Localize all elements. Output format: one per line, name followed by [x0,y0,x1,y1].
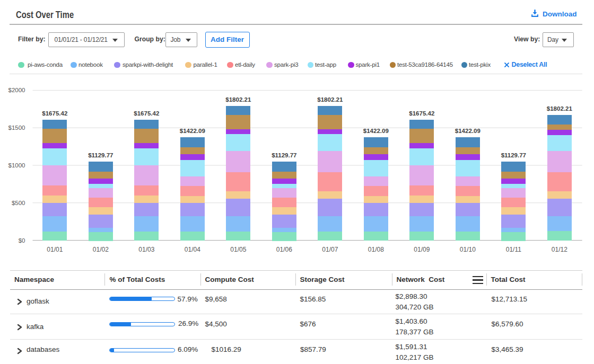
svg-text:$1422.09: $1422.09 [180,128,205,134]
svg-text:01/09: 01/09 [414,246,430,253]
svg-text:$1422.09: $1422.09 [363,128,389,134]
svg-text:01/01: 01/01 [47,246,63,253]
svg-text:$1802.21: $1802.21 [547,105,573,112]
svg-text:$1129.77: $1129.77 [272,152,296,158]
svg-text:01/08: 01/08 [368,246,384,253]
svg-text:$1129.77: $1129.77 [501,152,526,158]
svg-text:01/03: 01/03 [138,246,154,253]
svg-text:01/06: 01/06 [276,246,292,253]
svg-text:01/07: 01/07 [322,246,338,253]
svg-text:01/10: 01/10 [460,246,476,253]
svg-text:$1129.77: $1129.77 [88,152,113,158]
svg-text:01/12: 01/12 [552,246,567,253]
svg-text:$1675.42: $1675.42 [409,110,434,117]
svg-text:$1802.21: $1802.21 [317,96,343,103]
svg-text:01/02: 01/02 [93,246,109,253]
svg-text:01/11: 01/11 [506,246,521,253]
svg-text:$500: $500 [12,200,25,206]
svg-text:$1802.21: $1802.21 [225,96,251,103]
svg-text:$2000: $2000 [8,87,25,93]
svg-text:$1500: $1500 [8,125,25,131]
svg-text:$1675.42: $1675.42 [134,110,159,117]
svg-text:01/05: 01/05 [230,246,246,253]
svg-text:$1675.42: $1675.42 [42,110,67,117]
svg-text:$1000: $1000 [8,162,25,168]
svg-text:01/04: 01/04 [185,246,200,253]
svg-text:$1422.09: $1422.09 [455,128,481,134]
svg-text:$0: $0 [19,237,25,244]
